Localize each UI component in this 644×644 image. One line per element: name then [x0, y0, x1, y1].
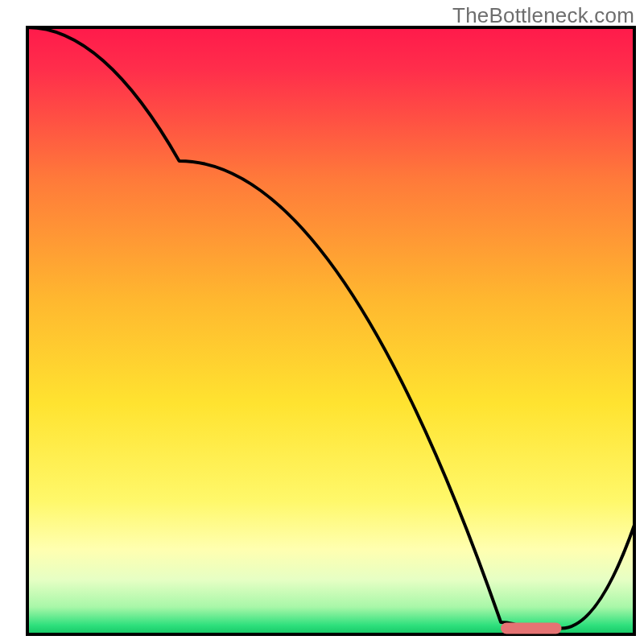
watermark-text: TheBottleneck.com	[452, 3, 634, 28]
plot-background	[27, 27, 634, 634]
bottleneck-chart	[0, 0, 644, 644]
chart-frame: TheBottleneck.com	[0, 0, 644, 644]
sweet-spot-marker	[501, 622, 561, 634]
